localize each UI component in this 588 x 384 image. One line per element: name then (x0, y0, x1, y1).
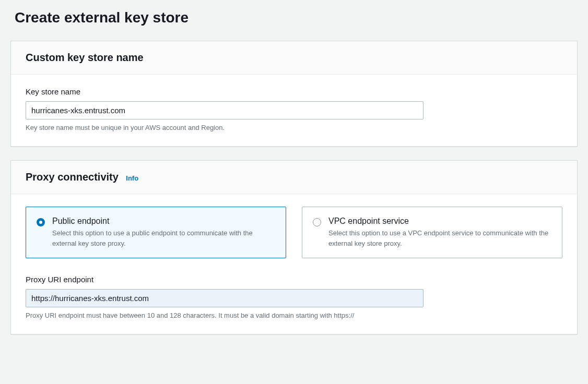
key-store-name-input[interactable] (26, 101, 424, 119)
vpc-endpoint-radio-card[interactable]: VPC endpoint service Select this option … (302, 207, 562, 258)
proxy-uri-label: Proxy URI endpoint (26, 275, 562, 284)
public-endpoint-content: Public endpoint Select this option to us… (52, 217, 275, 248)
custom-key-store-panel: Custom key store name Key store name Key… (10, 41, 578, 147)
public-endpoint-title: Public endpoint (52, 217, 275, 226)
vpc-endpoint-content: VPC endpoint service Select this option … (328, 217, 551, 248)
key-store-name-field-group: Key store name Key store name must be un… (26, 87, 562, 131)
radio-icon (37, 218, 45, 226)
proxy-uri-field-group: Proxy URI endpoint Proxy URI endpoint mu… (26, 275, 562, 319)
proxy-connectivity-panel-body: Public endpoint Select this option to us… (11, 194, 577, 334)
proxy-connectivity-options: Public endpoint Select this option to us… (26, 207, 562, 258)
key-store-name-help-text: Key store name must be unique in your AW… (26, 124, 562, 131)
custom-key-store-panel-header: Custom key store name (11, 41, 577, 75)
proxy-connectivity-info-link[interactable]: Info (126, 174, 138, 182)
proxy-connectivity-panel: Proxy connectivity Info Public endpoint … (10, 160, 578, 334)
proxy-uri-input[interactable] (26, 289, 424, 307)
radio-icon (313, 218, 321, 226)
key-store-name-label: Key store name (26, 87, 562, 96)
proxy-connectivity-panel-header: Proxy connectivity Info (11, 161, 577, 194)
public-endpoint-radio-card[interactable]: Public endpoint Select this option to us… (26, 207, 286, 258)
vpc-endpoint-title: VPC endpoint service (328, 217, 551, 226)
proxy-connectivity-panel-title: Proxy connectivity (26, 171, 119, 183)
public-endpoint-desc: Select this option to use a public endpo… (52, 228, 275, 248)
page-container: Create external key store Custom key sto… (0, 0, 588, 358)
vpc-endpoint-desc: Select this option to use a VPC endpoint… (328, 228, 551, 248)
custom-key-store-panel-title: Custom key store name (26, 52, 144, 63)
custom-key-store-panel-body: Key store name Key store name must be un… (11, 75, 577, 146)
page-title: Create external key store (10, 0, 578, 41)
proxy-uri-help-text: Proxy URI endpoint must have between 10 … (26, 311, 562, 319)
